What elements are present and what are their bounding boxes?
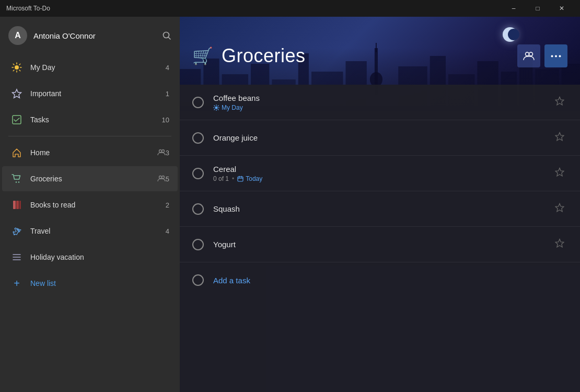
task-name-squash: Squash	[213, 204, 552, 213]
sun-icon	[10, 61, 23, 74]
task-item-yogurt[interactable]: Yogurt	[180, 227, 580, 262]
list-icon	[10, 251, 23, 263]
minimize-button[interactable]: –	[502, 0, 526, 17]
svg-point-0	[164, 32, 169, 38]
main-layout: A Antonia O'Connor	[0, 17, 580, 392]
task-checkbox-yogurt[interactable]	[192, 239, 204, 250]
sidebar-item-holiday-vacation[interactable]: Holiday vacation	[2, 245, 178, 270]
holiday-vacation-label: Holiday vacation	[30, 253, 169, 261]
cart-icon	[10, 172, 23, 185]
task-checkbox-orange-juice[interactable]	[192, 132, 204, 144]
svg-point-48	[555, 55, 557, 57]
important-count: 1	[166, 90, 169, 98]
svg-line-9	[19, 64, 20, 65]
book-icon	[10, 199, 23, 211]
task-star-cereal[interactable]	[552, 164, 567, 182]
task-checkbox-cereal[interactable]	[192, 168, 204, 179]
task-checkbox-squash[interactable]	[192, 203, 204, 215]
nav-divider	[8, 136, 171, 136]
svg-marker-11	[13, 89, 21, 98]
svg-rect-19	[13, 201, 16, 209]
search-button[interactable]	[162, 31, 171, 40]
sidebar-item-home[interactable]: Home 3	[2, 140, 178, 165]
groceries-label: Groceries	[30, 175, 154, 183]
maximize-button[interactable]: □	[526, 0, 550, 17]
task-content-cereal: Cereal 0 of 1 • Today	[213, 165, 552, 182]
titlebar: Microsoft To-Do – □ ✕	[0, 0, 580, 17]
sidebar-item-books-to-read[interactable]: Books to read 2	[2, 192, 178, 217]
task-star-orange-juice[interactable]	[552, 129, 567, 147]
home-count: 3	[166, 149, 169, 157]
task-dot-cereal: •	[232, 175, 234, 182]
header-cart-icon: 🛒	[192, 46, 213, 66]
svg-line-10	[13, 70, 14, 71]
sidebar-item-my-day[interactable]: My Day 4	[2, 55, 178, 80]
svg-point-14	[161, 149, 164, 152]
svg-point-13	[159, 149, 161, 152]
task-content-coffee-beans: Coffee beans	[213, 94, 552, 111]
task-meta-cereal: 0 of 1 • Today	[213, 175, 552, 182]
svg-point-47	[551, 55, 553, 57]
svg-line-7	[13, 64, 14, 65]
task-item-cereal[interactable]: Cereal 0 of 1 • Today	[180, 156, 580, 191]
my-day-meta: My Day	[213, 104, 243, 111]
calendar-icon	[237, 176, 243, 182]
my-day-label: My Day	[30, 63, 166, 72]
sidebar-item-tasks[interactable]: Tasks 10	[2, 107, 178, 132]
user-info: A Antonia O'Connor	[8, 26, 96, 45]
task-steps-cereal: 0 of 1	[213, 175, 229, 182]
new-list-item[interactable]: + New list	[2, 271, 178, 296]
home-label: Home	[30, 148, 154, 157]
svg-marker-60	[555, 133, 564, 141]
task-item-coffee-beans[interactable]: Coffee beans	[180, 85, 580, 120]
travel-count: 4	[166, 227, 169, 235]
task-star-squash[interactable]	[552, 200, 567, 218]
sidebar: A Antonia O'Connor	[0, 17, 180, 392]
close-button[interactable]: ✕	[550, 0, 574, 17]
svg-marker-66	[555, 204, 564, 212]
svg-line-55	[214, 106, 215, 106]
task-list: Coffee beans	[180, 85, 580, 392]
groceries-count: 5	[166, 175, 169, 183]
header-left: 🛒 Groceries	[192, 45, 306, 67]
svg-line-56	[218, 109, 218, 110]
more-dots-icon	[551, 55, 561, 57]
svg-rect-61	[238, 177, 243, 181]
svg-point-49	[559, 55, 561, 57]
task-item-squash[interactable]: Squash	[180, 191, 580, 227]
svg-point-45	[526, 52, 529, 56]
avatar[interactable]: A	[8, 26, 27, 45]
task-name-orange-juice: Orange juice	[213, 133, 552, 142]
task-item-orange-juice[interactable]: Orange juice	[180, 120, 580, 156]
books-label: Books to read	[30, 201, 166, 209]
task-name-yogurt: Yogurt	[213, 240, 552, 249]
travel-label: Travel	[30, 227, 166, 235]
share-button[interactable]	[517, 44, 540, 67]
svg-point-16	[18, 181, 19, 182]
svg-point-15	[16, 181, 17, 182]
sidebar-item-groceries[interactable]: Groceries 5	[2, 166, 178, 191]
new-list-label: New list	[30, 279, 56, 287]
home-shared-icon	[157, 149, 166, 157]
add-task-item[interactable]: Add a task	[180, 262, 580, 298]
sidebar-item-important[interactable]: Important 1	[2, 81, 178, 106]
important-label: Important	[30, 89, 166, 98]
more-options-button[interactable]	[544, 44, 567, 67]
star-icon	[10, 87, 23, 100]
task-due-label-cereal: Today	[246, 175, 262, 182]
header-actions	[517, 44, 567, 67]
sidebar-item-travel[interactable]: Travel 4	[2, 218, 178, 244]
tasks-label: Tasks	[30, 116, 162, 124]
task-name-cereal: Cereal	[213, 165, 552, 174]
app-title: Microsoft To-Do	[6, 5, 50, 12]
task-star-yogurt[interactable]	[552, 235, 567, 253]
my-day-meta-label: My Day	[222, 104, 243, 111]
svg-point-2	[15, 65, 19, 70]
svg-rect-20	[16, 201, 19, 209]
window-controls: – □ ✕	[502, 0, 574, 17]
svg-rect-21	[19, 201, 21, 209]
task-checkbox-coffee-beans[interactable]	[192, 97, 204, 108]
tasks-icon	[10, 113, 23, 126]
task-star-coffee-beans[interactable]	[552, 93, 567, 111]
my-day-count: 4	[166, 64, 169, 72]
